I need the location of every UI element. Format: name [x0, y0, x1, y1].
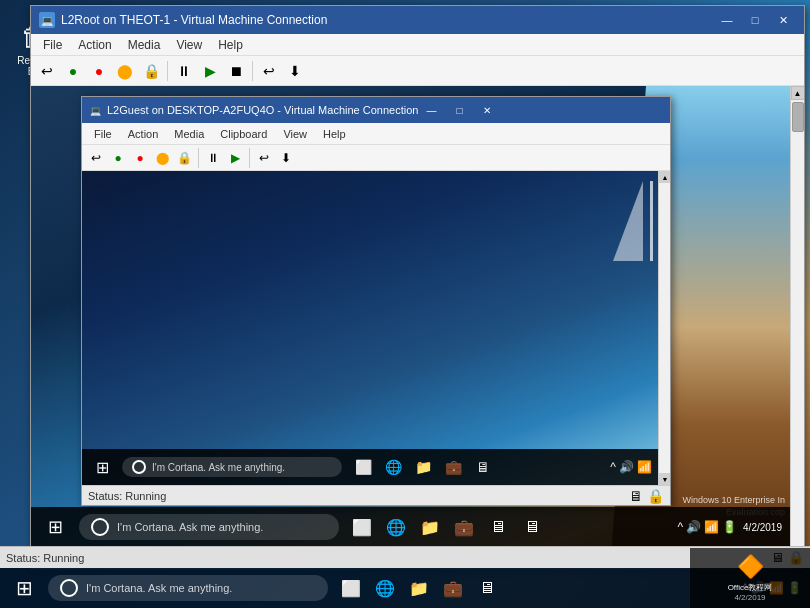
outer-vm-rdp1[interactable]: 🖥 [483, 509, 513, 545]
main-status-bar: Status: Running 🖥 🔒 [0, 546, 810, 568]
outer-toolbar-btn-1[interactable]: ↩ [35, 60, 59, 82]
inner-menu-help[interactable]: Help [315, 126, 354, 142]
outer-vm-screen[interactable]: Windows 10 Enterprise In Evaluation cop … [31, 86, 790, 569]
outer-vm-tray-icons: ^ 🔊 📶 🔋 [677, 520, 737, 534]
inner-toolbar-sep-1 [198, 148, 199, 168]
outer-toolbar-btn-2[interactable]: ● [61, 60, 85, 82]
outer-scroll-up[interactable]: ▲ [791, 86, 805, 100]
inner-menu-action[interactable]: Action [120, 126, 167, 142]
desktop: 🗑 Recycle Bin 💻 L2Root on THEOT-1 - Virt… [0, 0, 810, 608]
outer-vm-edge[interactable]: 🌐 [381, 509, 411, 545]
inner-toolbar-btn-5[interactable]: 🔒 [174, 149, 194, 167]
inner-rdp-icon[interactable]: 🖥 [470, 451, 496, 483]
outer-vm-tray-arrow[interactable]: ^ [677, 520, 683, 534]
inner-screen-shape [613, 181, 643, 261]
inner-toolbar-reset[interactable]: ↩ [254, 149, 274, 167]
inner-toolbar-pause[interactable]: ⏸ [203, 149, 223, 167]
outer-minimize-button[interactable]: — [714, 10, 740, 30]
inner-tray-sound[interactable]: 🔊 [619, 460, 634, 474]
inner-explorer-icon[interactable]: 📁 [410, 451, 436, 483]
inner-scroll-up[interactable]: ▲ [659, 171, 670, 183]
inner-title-text: L2Guest on DESKTOP-A2FUQ4O - Virtual Mac… [107, 104, 418, 116]
inner-vm-taskbar: ⊞ I'm Cortana. Ask me anything. ⬜ 🌐 📁 [82, 449, 658, 485]
inner-toolbar-download[interactable]: ⬇ [276, 149, 296, 167]
inner-vm-screen[interactable]: ⊞ I'm Cortana. Ask me anything. ⬜ 🌐 📁 [82, 171, 658, 485]
outer-maximize-button[interactable]: □ [742, 10, 768, 30]
outer-content-area: Windows 10 Enterprise In Evaluation cop … [31, 86, 804, 569]
inner-menu-media[interactable]: Media [166, 126, 212, 142]
outer-scroll-thumb[interactable] [792, 102, 804, 132]
outer-toolbar-reset[interactable]: ↩ [257, 60, 281, 82]
outer-vm-store[interactable]: 💼 [449, 509, 479, 545]
outer-vm-cortana[interactable]: I'm Cortana. Ask me anything. [79, 514, 339, 540]
outer-vm-taskbar-icons: ⬜ 🌐 📁 💼 🖥 🖥 [347, 509, 547, 545]
inner-edge-icon[interactable]: 🌐 [380, 451, 406, 483]
inner-cortana-text: I'm Cortana. Ask me anything. [152, 462, 285, 473]
inner-store-icon[interactable]: 💼 [440, 451, 466, 483]
main-cortana-text: I'm Cortana. Ask me anything. [86, 582, 232, 594]
outer-toolbar-play[interactable]: ▶ [198, 60, 222, 82]
outer-title-text: L2Root on THEOT-1 - Virtual Machine Conn… [61, 13, 714, 27]
outer-vm-rdp2[interactable]: 🖥 [517, 509, 547, 545]
outer-toolbar-btn-4[interactable]: ⬤ [113, 60, 137, 82]
outer-toolbar-btn-3[interactable]: ● [87, 60, 111, 82]
outer-toolbar-download[interactable]: ⬇ [283, 60, 307, 82]
outer-vm-cortana-text: I'm Cortana. Ask me anything. [117, 521, 263, 533]
outer-vm-tray-battery[interactable]: 🔋 [722, 520, 737, 534]
main-cortana[interactable]: I'm Cortana. Ask me anything. [48, 575, 328, 601]
outer-toolbar-btn-5[interactable]: 🔒 [139, 60, 163, 82]
inner-menu-file[interactable]: File [86, 126, 120, 142]
main-explorer[interactable]: 📁 [404, 570, 434, 606]
main-rdp[interactable]: 🖥 [472, 570, 502, 606]
inner-maximize-button[interactable]: □ [446, 100, 472, 120]
inner-start-button[interactable]: ⊞ [86, 451, 118, 483]
main-taskview[interactable]: ⬜ [336, 570, 366, 606]
inner-toolbar-sep-2 [249, 148, 250, 168]
main-taskbar: ⊞ I'm Cortana. Ask me anything. ⬜ 🌐 📁 💼 … [0, 568, 810, 608]
outer-vm-taskview[interactable]: ⬜ [347, 509, 377, 545]
inner-window-controls: — □ ✕ [418, 100, 500, 120]
inner-toolbar-btn-2[interactable]: ● [108, 149, 128, 167]
inner-menu-clipboard[interactable]: Clipboard [212, 126, 275, 142]
outer-toolbar-stop[interactable]: ⏹ [224, 60, 248, 82]
outer-menu-view[interactable]: View [168, 36, 210, 54]
outer-vm-start-button[interactable]: ⊞ [35, 509, 75, 545]
inner-toolbar-btn-3[interactable]: ● [130, 149, 150, 167]
inner-toolbar-btn-1[interactable]: ↩ [86, 149, 106, 167]
outer-menu-file[interactable]: File [35, 36, 70, 54]
main-taskbar-icons: ⬜ 🌐 📁 💼 🖥 [336, 570, 502, 606]
main-start-button[interactable]: ⊞ [4, 570, 44, 606]
inner-tray-arrow[interactable]: ^ [610, 460, 616, 474]
outer-menu-media[interactable]: Media [120, 36, 169, 54]
outer-vm-tray: ^ 🔊 📶 🔋 4/2/2019 [677, 520, 786, 534]
outer-vm-window: 💻 L2Root on THEOT-1 - Virtual Machine Co… [30, 5, 805, 570]
outer-vm-tray-network[interactable]: 📶 [704, 520, 719, 534]
inner-toolbar-btn-4[interactable]: ⬤ [152, 149, 172, 167]
outer-toolbar-pause[interactable]: ⏸ [172, 60, 196, 82]
inner-menu-view[interactable]: View [275, 126, 315, 142]
inner-taskview-icon[interactable]: ⬜ [350, 451, 376, 483]
inner-cortana-search[interactable]: I'm Cortana. Ask me anything. [122, 457, 342, 477]
inner-minimize-button[interactable]: — [418, 100, 444, 120]
outer-vm-explorer[interactable]: 📁 [415, 509, 445, 545]
main-edge[interactable]: 🌐 [370, 570, 400, 606]
outer-toolbar: ↩ ● ● ⬤ 🔒 ⏸ ▶ ⏹ ↩ ⬇ [31, 56, 804, 86]
outer-close-button[interactable]: ✕ [770, 10, 796, 30]
office-logo-icon: 🔶 [737, 554, 764, 580]
inner-title-icon: 💻 [90, 103, 101, 117]
inner-scroll-down[interactable]: ▼ [659, 473, 670, 485]
inner-status-icons: 🖥 🔒 [629, 488, 664, 504]
outer-toolbar-sep-2 [252, 61, 253, 81]
inner-toolbar-play[interactable]: ▶ [225, 149, 245, 167]
main-status-text: Status: Running [6, 552, 771, 564]
inner-vm-window: 💻 L2Guest on DESKTOP-A2FUQ4O - Virtual M… [81, 96, 671, 506]
outer-menu-help[interactable]: Help [210, 36, 251, 54]
main-store[interactable]: 💼 [438, 570, 468, 606]
outer-toolbar-sep-1 [167, 61, 168, 81]
outer-vm-tray-sound[interactable]: 🔊 [686, 520, 701, 534]
outer-vm-taskbar-container: ⊞ I'm Cortana. Ask me anything. ⬜ 🌐 📁 💼 … [31, 507, 790, 547]
outer-menu-action[interactable]: Action [70, 36, 119, 54]
outer-vm-clock: 4/2/2019 [743, 521, 782, 534]
inner-close-button[interactable]: ✕ [474, 100, 500, 120]
inner-tray-network[interactable]: 📶 [637, 460, 652, 474]
